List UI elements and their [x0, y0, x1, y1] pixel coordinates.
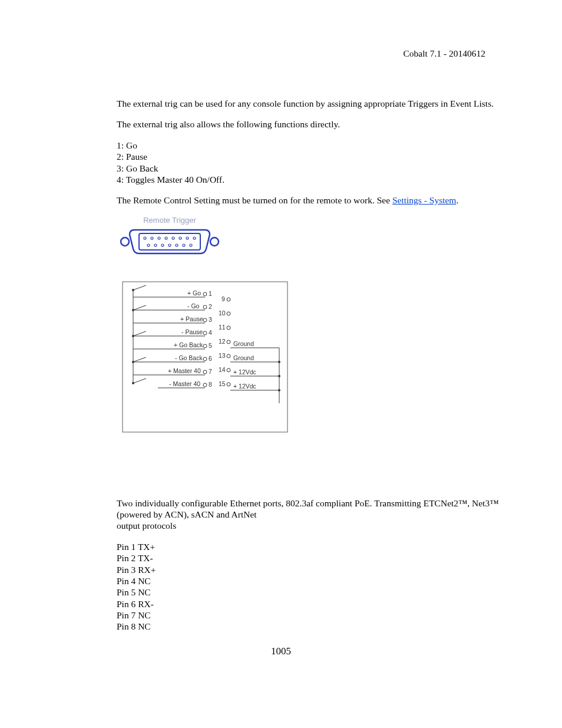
- list-item: Pin 2 TX-: [117, 552, 503, 564]
- svg-line-31: [133, 305, 146, 310]
- svg-point-63: [227, 298, 230, 301]
- svg-point-15: [176, 244, 178, 246]
- svg-point-54: [203, 370, 207, 374]
- svg-point-83: [227, 383, 230, 386]
- svg-point-24: [203, 292, 207, 296]
- svg-text:3: 3: [209, 316, 212, 323]
- svg-point-7: [172, 237, 174, 239]
- svg-line-57: [133, 378, 146, 383]
- svg-text:+ 12Vdc: + 12Vdc: [233, 368, 256, 375]
- svg-text:- Go Back: - Go Back: [175, 354, 203, 361]
- svg-point-10: [193, 237, 196, 239]
- svg-point-38: [203, 331, 207, 335]
- svg-rect-0: [139, 233, 200, 250]
- list-item: Pin 7 NC: [117, 610, 503, 621]
- svg-text:12: 12: [219, 338, 226, 345]
- svg-point-32: [132, 309, 134, 311]
- svg-line-41: [133, 331, 146, 336]
- svg-text:13: 13: [219, 352, 226, 359]
- svg-text:- Pause: - Pause: [181, 328, 203, 335]
- list-item: Pin 4 NC: [117, 575, 503, 587]
- svg-text:4: 4: [209, 329, 212, 336]
- svg-point-17: [190, 244, 192, 246]
- paragraph: The external trig can be used for any co…: [117, 98, 503, 109]
- svg-point-60: [203, 383, 207, 387]
- svg-point-69: [227, 340, 230, 344]
- svg-text:Ground: Ground: [233, 354, 254, 361]
- svg-text:+ 12Vdc: + 12Vdc: [233, 383, 256, 390]
- diagram-title: Remote Trigger: [143, 216, 196, 225]
- list-item: Pin 5 NC: [117, 587, 503, 598]
- svg-text:- Go: - Go: [187, 302, 200, 309]
- pin-list: Pin 1 TX+ Pin 2 TX- Pin 3 RX+ Pin 4 NC P…: [117, 541, 503, 633]
- svg-point-28: [203, 305, 207, 309]
- svg-point-42: [132, 335, 134, 337]
- svg-point-13: [161, 244, 164, 246]
- svg-text:10: 10: [219, 309, 226, 317]
- list-item: Pin 1 TX+: [117, 541, 503, 552]
- svg-text:Ground: Ground: [233, 340, 254, 347]
- svg-text:15: 15: [219, 380, 226, 387]
- svg-text:+ Go: + Go: [187, 289, 201, 297]
- remote-trigger-connector-diagram: Remote Trigger: [117, 216, 503, 261]
- list-item: Pin 6 RX-: [117, 598, 503, 610]
- svg-text:9: 9: [222, 295, 225, 302]
- paragraph: The Remote Control Setting must be turne…: [117, 195, 503, 206]
- svg-text:- Master 40: - Master 40: [169, 380, 200, 387]
- svg-point-1: [121, 238, 129, 246]
- svg-text:5: 5: [209, 342, 212, 349]
- svg-point-2: [210, 238, 219, 246]
- list-item: 4: Toggles Master 40 On/Off.: [117, 174, 503, 185]
- svg-point-65: [227, 312, 230, 315]
- paragraph: Two individually configurable Ethernet p…: [117, 498, 503, 521]
- svg-point-4: [151, 237, 153, 239]
- svg-text:8: 8: [209, 381, 212, 388]
- svg-point-34: [203, 318, 207, 322]
- list-item: 1: Go: [117, 140, 503, 151]
- svg-point-11: [147, 244, 150, 246]
- paragraph: output protocols: [117, 520, 503, 531]
- svg-point-86: [278, 389, 280, 391]
- svg-point-81: [278, 375, 280, 377]
- svg-point-12: [154, 244, 157, 246]
- page-number: 1005: [0, 645, 562, 657]
- list-item: 3: Go Back: [117, 163, 503, 174]
- svg-text:+ Go Back: + Go Back: [174, 341, 203, 348]
- svg-point-6: [165, 237, 167, 239]
- svg-point-48: [203, 357, 207, 361]
- svg-point-3: [144, 237, 146, 239]
- svg-point-5: [158, 237, 160, 239]
- svg-text:14: 14: [219, 366, 226, 373]
- list-item: Pin 8 NC: [117, 621, 503, 632]
- list-item: 2: Pause: [117, 151, 503, 162]
- svg-text:2: 2: [209, 303, 212, 310]
- svg-point-58: [132, 382, 134, 384]
- svg-point-16: [183, 244, 185, 246]
- header-version: Cobalt 7.1 - 20140612: [117, 48, 503, 59]
- svg-text:6: 6: [209, 355, 212, 362]
- svg-point-9: [186, 237, 189, 239]
- svg-text:1: 1: [209, 290, 212, 297]
- svg-text:+ Pause: + Pause: [180, 315, 203, 322]
- svg-text:7: 7: [209, 368, 212, 375]
- list-item: Pin 3 RX+: [117, 564, 503, 575]
- svg-point-76: [278, 361, 280, 363]
- svg-point-73: [227, 354, 230, 358]
- svg-point-14: [168, 244, 171, 246]
- svg-point-52: [132, 361, 134, 363]
- svg-point-67: [227, 326, 230, 330]
- paragraph: The external trig also allows the follow…: [117, 118, 503, 130]
- svg-point-8: [179, 237, 181, 239]
- remote-trigger-pinout-diagram: + Go 1 - Go 2 + Pause 3: [117, 274, 503, 439]
- svg-text:+ Master 40: + Master 40: [168, 367, 201, 374]
- settings-system-link[interactable]: Settings - System: [392, 195, 457, 205]
- text: .: [456, 195, 458, 205]
- function-list: 1: Go 2: Pause 3: Go Back 4: Toggles Mas…: [117, 140, 503, 186]
- svg-line-51: [133, 357, 146, 362]
- text: The Remote Control Setting must be turne…: [117, 195, 392, 205]
- svg-point-44: [203, 344, 207, 348]
- svg-text:11: 11: [219, 324, 226, 331]
- svg-line-21: [133, 285, 146, 290]
- svg-point-78: [227, 368, 230, 372]
- svg-point-22: [132, 289, 134, 291]
